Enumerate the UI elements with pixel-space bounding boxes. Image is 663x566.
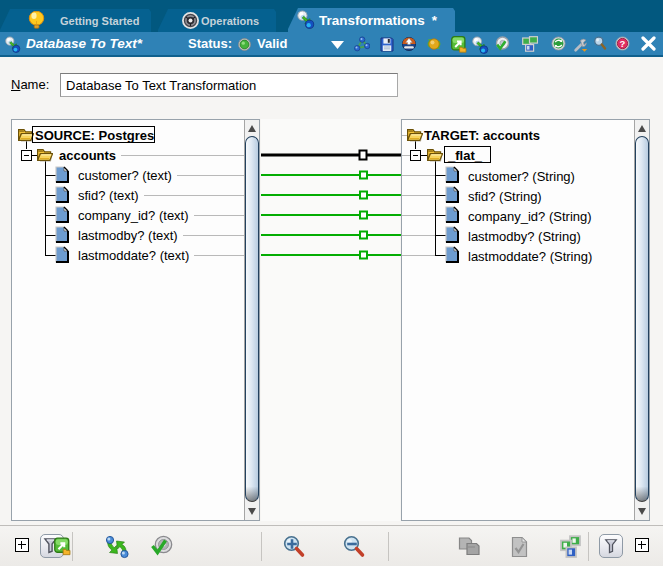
svg-text:?: ? <box>620 38 626 49</box>
